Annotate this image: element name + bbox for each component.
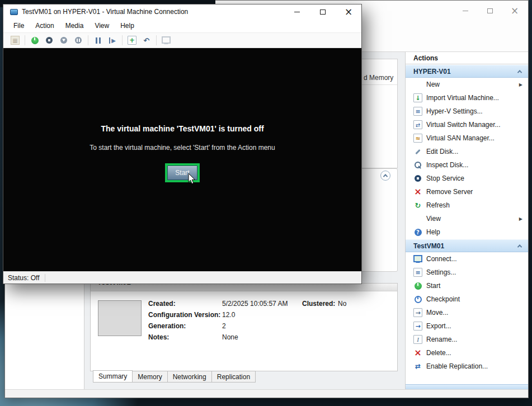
refresh-icon	[413, 201, 422, 210]
tab-label: Summary	[98, 372, 127, 380]
vm-settings-icon	[413, 268, 422, 277]
tab-label: Memory	[138, 373, 162, 381]
reset-icon	[108, 36, 117, 45]
minimize-icon[interactable]	[453, 3, 478, 18]
action-item[interactable]: Edit Disk...	[406, 145, 528, 158]
action-item[interactable]: Move...	[406, 306, 528, 319]
action-item[interactable]: Virtual SAN Manager...	[406, 131, 528, 145]
clustered-label: Clustered:	[302, 300, 335, 308]
action-item[interactable]: New	[406, 78, 528, 91]
start-vm-button[interactable]	[27, 34, 42, 47]
menu-item-label: Action	[35, 22, 54, 30]
stop-service-icon	[413, 174, 422, 183]
reset-button[interactable]	[105, 34, 120, 47]
action-label: Start	[426, 282, 440, 290]
toolbar-separator	[88, 35, 88, 45]
save-button[interactable]	[71, 34, 86, 47]
import-vm-icon	[413, 93, 422, 102]
action-item[interactable]: Connect...	[406, 252, 528, 266]
tab-label: Networking	[173, 373, 206, 381]
statusbar-divider	[45, 274, 45, 282]
actions-group-hyperv01: New Import Virtual Machine... Hyper-V Se…	[406, 78, 528, 239]
action-item[interactable]: Refresh	[406, 199, 528, 212]
actions-group-header-hyperv01[interactable]: HYPER-V01	[406, 65, 528, 78]
shutdown-button[interactable]	[57, 34, 71, 47]
ctrl-alt-del-icon	[11, 36, 20, 45]
action-label: Move...	[426, 309, 448, 317]
created-label: Created:	[148, 300, 176, 308]
action-label: View	[426, 215, 441, 223]
clustered-value: No	[338, 300, 346, 308]
replication-icon	[413, 362, 422, 371]
rename-icon	[413, 335, 422, 344]
pause-button[interactable]	[91, 34, 105, 47]
vm-window-icon	[10, 9, 18, 15]
action-item[interactable]: Remove Server	[406, 185, 528, 199]
action-item[interactable]: Delete...	[406, 346, 528, 360]
action-label: Settings...	[426, 268, 456, 276]
action-label: Import Virtual Machine...	[426, 94, 499, 102]
action-item[interactable]: Import Virtual Machine...	[406, 91, 528, 105]
action-item[interactable]: Virtual Switch Manager...	[406, 118, 528, 131]
checkpoint-icon	[413, 295, 422, 304]
submenu-arrow-icon	[519, 82, 522, 87]
summary-tab[interactable]: Replication	[211, 371, 256, 383]
remove-server-icon	[413, 187, 422, 196]
vmconnect-window-controls	[284, 4, 361, 19]
close-icon[interactable]	[336, 4, 361, 19]
action-item[interactable]: Help	[406, 225, 528, 239]
connect-icon	[413, 254, 422, 263]
action-label: Inspect Disk...	[426, 161, 468, 169]
action-item[interactable]: Hyper-V Settings...	[406, 105, 528, 118]
ctrl-alt-del-button[interactable]	[8, 34, 22, 47]
delete-icon	[413, 348, 422, 357]
action-label: Stop Service	[426, 174, 464, 182]
export-icon	[413, 322, 422, 331]
action-item[interactable]: Checkpoint	[406, 292, 528, 306]
action-item[interactable]: Enable Replication...	[406, 360, 528, 373]
summary-tab[interactable]: Memory	[132, 371, 167, 383]
turn-off-icon	[45, 36, 54, 45]
actions-group-header-testvm01[interactable]: TestVM01	[406, 239, 528, 252]
action-item[interactable]: Stop Service	[406, 172, 528, 185]
checkpoint-toolbar-icon	[128, 36, 136, 45]
summary-tab[interactable]: Summary	[93, 370, 133, 383]
summary-tab[interactable]: Networking	[167, 371, 212, 383]
collapse-pane-button[interactable]	[380, 171, 390, 181]
action-item[interactable]: Start	[406, 279, 528, 292]
checkpoint-button[interactable]	[125, 34, 139, 47]
action-label: Virtual SAN Manager...	[426, 134, 495, 142]
action-item[interactable]: Export...	[406, 319, 528, 333]
action-label: Edit Disk...	[426, 148, 458, 155]
maximize-icon[interactable]	[310, 4, 336, 19]
chevron-up-icon	[515, 67, 525, 77]
summary-section-header: TestVM01	[91, 284, 397, 291]
summary-tabs: Summary Memory Networking Replication	[93, 371, 255, 383]
actions-title-text: Actions	[413, 54, 438, 62]
maximize-icon[interactable]	[478, 3, 502, 18]
minimize-icon[interactable]	[284, 4, 310, 19]
menu-item[interactable]: Help	[115, 20, 140, 32]
menu-item[interactable]: Action	[30, 20, 59, 32]
menu-item[interactable]: File	[8, 20, 30, 32]
vmconnect-toolbar	[3, 32, 361, 48]
revert-button[interactable]	[139, 34, 154, 47]
hyperv-settings-icon	[413, 107, 422, 116]
close-icon[interactable]	[502, 3, 527, 18]
start-icon	[413, 281, 422, 290]
vm-screen[interactable]: The virtual machine 'TestVM01' is turned…	[3, 48, 361, 271]
notes-label: Notes:	[148, 333, 169, 341]
assigned-memory-column-header[interactable]: d Memory	[364, 74, 393, 82]
menu-item[interactable]: View	[89, 20, 115, 32]
enhanced-session-button[interactable]	[159, 34, 173, 47]
menu-item-label: File	[13, 22, 24, 30]
toolbar-separator	[156, 35, 157, 45]
action-item[interactable]: View	[406, 212, 528, 225]
action-item[interactable]: Inspect Disk...	[406, 158, 528, 172]
action-item[interactable]: Settings...	[406, 266, 528, 279]
menu-item[interactable]: Media	[60, 20, 90, 32]
vm-off-hint: To start the virtual machine, select 'St…	[3, 144, 361, 152]
turn-off-button[interactable]	[42, 34, 57, 47]
action-label: Rename...	[426, 336, 457, 343]
action-item[interactable]: Rename...	[406, 333, 528, 346]
